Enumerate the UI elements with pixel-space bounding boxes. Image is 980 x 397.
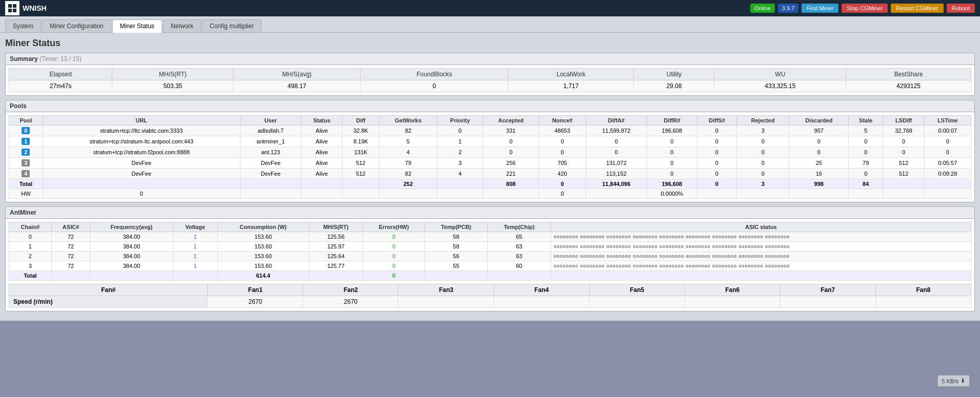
- restart-cgminer-button[interactable]: Restart CGMiner: [891, 4, 944, 13]
- pool-diffa: 113,152: [586, 169, 647, 179]
- freq-avg: 384.00: [90, 232, 173, 242]
- th-fan6: Fan6: [685, 284, 780, 296]
- status-online-badge: Online: [750, 4, 775, 13]
- pool-discarded: 16: [789, 169, 849, 179]
- summary-section: Summary (Timer: 13 / 15) Elapsed MH/S(RT…: [5, 53, 975, 96]
- temp-pcb-val: 55: [425, 261, 488, 271]
- asic-status-val: oooooooo oooooooo oooooooo oooooooo oooo…: [551, 261, 971, 271]
- th-fan5: Fan5: [589, 284, 685, 296]
- pools-table: Pool URL User Status Diff GetWorks Prior…: [9, 115, 971, 199]
- pool-nonce: 0: [539, 189, 586, 199]
- th-rejected: Rejected: [736, 116, 789, 126]
- pool-stale: [849, 189, 883, 199]
- pool-nonce: 420: [539, 169, 586, 179]
- pool-row: 3 DevFee DevFee Alive 512 79 3 256 705 1…: [9, 158, 971, 169]
- logo-text: WNISH: [23, 4, 47, 12]
- fan4-speed: [494, 296, 589, 308]
- tab-config-multiplier[interactable]: Config multiplier: [202, 19, 262, 32]
- pool-diffr: 0: [647, 136, 697, 147]
- asic-status-val: [551, 271, 971, 281]
- temp-pcb-val: 58: [425, 242, 488, 252]
- th-fan2: Fan2: [303, 284, 398, 296]
- th-temp-pcb: Temp(PCB): [425, 222, 488, 232]
- freq-avg: 384.00: [90, 252, 173, 261]
- mhsrt-val: 125.56: [309, 232, 363, 242]
- svg-rect-1: [13, 4, 16, 8]
- val-wu: 433,325.15: [714, 80, 846, 92]
- pool-accepted: 808: [483, 179, 539, 189]
- fan6-speed: [685, 296, 780, 308]
- pool-url: 0: [43, 189, 240, 199]
- find-miner-button[interactable]: Find Miner: [802, 4, 838, 13]
- svg-rect-3: [13, 9, 16, 12]
- pool-nonce: 0: [539, 179, 586, 189]
- pool-lstime: [924, 189, 971, 199]
- pool-diffs: 0: [697, 169, 736, 179]
- th-temp-chip: Temp(Chip): [487, 222, 551, 232]
- pool-diff: [343, 189, 379, 199]
- val-mhsrt: 503.35: [112, 80, 233, 92]
- pool-getworks: [379, 189, 437, 199]
- pool-diffa: 11,599,872: [586, 126, 647, 136]
- summary-timer: (Timer: 13 / 15): [39, 55, 82, 62]
- svg-rect-2: [8, 9, 12, 12]
- tab-miner-status[interactable]: Miner Status: [112, 19, 162, 33]
- pool-rejected: 3: [736, 126, 789, 136]
- pool-lstime: 0: [924, 147, 971, 158]
- pool-accepted: 221: [483, 169, 539, 179]
- col-mhsrt: MH/S(RT): [112, 69, 233, 80]
- antminer-section: AntMiner Chain# ASIC# Frequency(avg) Vol…: [5, 206, 975, 311]
- tab-network[interactable]: Network: [163, 19, 201, 32]
- antminer-label: AntMiner: [10, 209, 36, 216]
- antminer-header: AntMiner: [6, 207, 974, 219]
- pool-getworks: 5: [379, 136, 437, 147]
- asic-status-val: oooooooo oooooooo oooooooo oooooooo oooo…: [551, 232, 971, 242]
- chain-id: 1: [9, 242, 52, 252]
- pool-diffs: [697, 189, 736, 199]
- chain-id: 0: [9, 232, 52, 242]
- tab-system[interactable]: System: [5, 19, 41, 32]
- reboot-button[interactable]: Reboot: [947, 4, 975, 13]
- download-icon: ⬇: [961, 378, 965, 384]
- pool-priority: [437, 179, 483, 189]
- pool-user: ant.123: [240, 147, 301, 158]
- nav-tabs: System Miner Configuration Miner Status …: [0, 16, 980, 33]
- pool-lsdiff: [883, 189, 924, 199]
- stop-cgminer-button[interactable]: Stop CGMiner: [842, 4, 888, 13]
- chain-id: 2: [9, 252, 52, 261]
- pool-id: 4: [9, 169, 43, 179]
- th-accepted: Accepted: [483, 116, 539, 126]
- asic-count: 72: [51, 252, 90, 261]
- th-nonce: Nonce#: [539, 116, 586, 126]
- pool-url: stratum+tcp://stratum.f2pool.com:8888: [43, 147, 240, 158]
- fan2-speed: 2670: [303, 296, 398, 308]
- fan8-speed: [875, 296, 971, 308]
- main-content: Miner Status Summary (Timer: 13 / 15) El…: [0, 33, 980, 321]
- pool-id: 1: [9, 136, 43, 147]
- asic-status-val: oooooooo oooooooo oooooooo oooooooo oooo…: [551, 242, 971, 252]
- svg-rect-0: [8, 4, 12, 8]
- pool-diffa: 0: [586, 147, 647, 158]
- pool-diffs: 0: [697, 126, 736, 136]
- asic-count: 72: [51, 242, 90, 252]
- temp-pcb-val: 56: [425, 252, 488, 261]
- freq-avg: 384.00: [90, 261, 173, 271]
- pool-rejected: 0: [736, 136, 789, 147]
- tab-miner-configuration[interactable]: Miner Configuration: [42, 19, 111, 32]
- pool-getworks: 4: [379, 147, 437, 158]
- th-lstime: LSTime: [924, 116, 971, 126]
- errors-val: 0: [363, 261, 425, 271]
- pool-discarded: 0: [789, 147, 849, 158]
- pool-diffa: 131,072: [586, 158, 647, 169]
- pool-priority: 4: [437, 169, 483, 179]
- pool-priority: 2: [437, 147, 483, 158]
- pool-nonce: 48653: [539, 126, 586, 136]
- voltage-val: 1: [173, 252, 217, 261]
- errors-val: 0: [363, 271, 425, 281]
- pool-row: 4 DevFee DevFee Alive 512 82 4 221 420 1…: [9, 169, 971, 179]
- pool-status: Alive: [301, 147, 342, 158]
- fan-table: Fan# Fan1 Fan2 Fan3 Fan4 Fan5 Fan6 Fan7 …: [9, 284, 971, 308]
- pools-section: Pools Pool URL User Status Diff GetWorks…: [5, 100, 975, 202]
- summary-header: Summary (Timer: 13 / 15): [6, 53, 974, 65]
- pool-id: HW: [9, 189, 43, 199]
